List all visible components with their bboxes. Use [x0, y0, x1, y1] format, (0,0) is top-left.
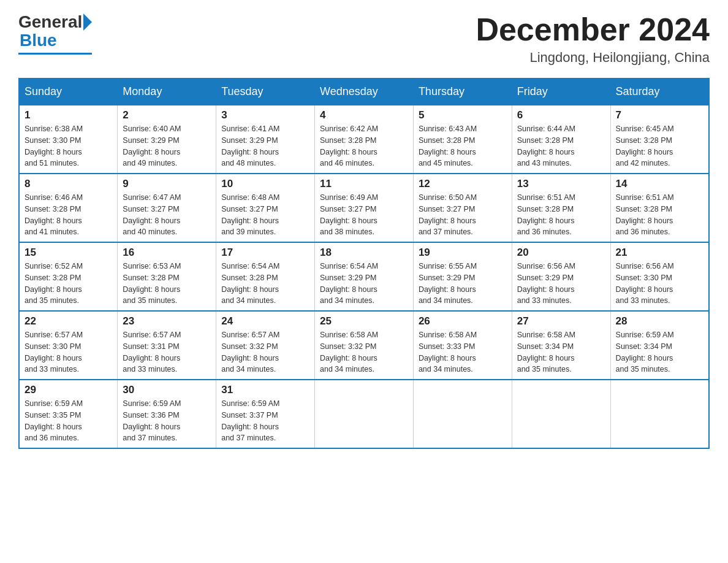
- day-info: Sunrise: 6:51 AMSunset: 3:28 PMDaylight:…: [616, 192, 703, 238]
- day-number: 12: [419, 178, 507, 190]
- calendar-cell: 19Sunrise: 6:55 AMSunset: 3:29 PMDayligh…: [413, 242, 512, 311]
- col-header-thursday: Thursday: [413, 79, 512, 105]
- day-number: 4: [320, 109, 408, 121]
- day-info: Sunrise: 6:40 AMSunset: 3:29 PMDaylight:…: [123, 123, 211, 169]
- calendar-week-4: 22Sunrise: 6:57 AMSunset: 3:30 PMDayligh…: [19, 311, 709, 380]
- calendar-week-1: 1Sunrise: 6:38 AMSunset: 3:30 PMDaylight…: [19, 105, 709, 174]
- location-text: Lingdong, Heilongjiang, China: [476, 50, 710, 66]
- logo-general-text: General: [18, 12, 82, 32]
- day-info: Sunrise: 6:54 AMSunset: 3:29 PMDaylight:…: [320, 261, 408, 307]
- logo-arrow-icon: [83, 13, 92, 31]
- day-number: 24: [221, 315, 309, 327]
- calendar-cell: 23Sunrise: 6:57 AMSunset: 3:31 PMDayligh…: [118, 311, 216, 380]
- calendar-cell: 10Sunrise: 6:48 AMSunset: 3:27 PMDayligh…: [216, 174, 315, 242]
- day-info: Sunrise: 6:42 AMSunset: 3:28 PMDaylight:…: [320, 123, 408, 169]
- day-info: Sunrise: 6:57 AMSunset: 3:30 PMDaylight:…: [25, 329, 112, 375]
- day-number: 26: [419, 315, 507, 327]
- col-header-sunday: Sunday: [19, 79, 118, 105]
- col-header-wednesday: Wednesday: [315, 79, 414, 105]
- day-number: 2: [123, 109, 211, 121]
- calendar-cell: 24Sunrise: 6:57 AMSunset: 3:32 PMDayligh…: [216, 311, 315, 380]
- day-info: Sunrise: 6:58 AMSunset: 3:32 PMDaylight:…: [320, 329, 408, 375]
- day-info: Sunrise: 6:54 AMSunset: 3:28 PMDaylight:…: [221, 261, 309, 307]
- calendar-cell: 22Sunrise: 6:57 AMSunset: 3:30 PMDayligh…: [19, 311, 118, 380]
- calendar-cell: 11Sunrise: 6:49 AMSunset: 3:27 PMDayligh…: [315, 174, 414, 242]
- day-info: Sunrise: 6:58 AMSunset: 3:33 PMDaylight:…: [419, 329, 507, 375]
- calendar-cell: 12Sunrise: 6:50 AMSunset: 3:27 PMDayligh…: [413, 174, 512, 242]
- day-info: Sunrise: 6:41 AMSunset: 3:29 PMDaylight:…: [221, 123, 309, 169]
- title-section: December 2024 Lingdong, Heilongjiang, Ch…: [476, 12, 710, 66]
- day-info: Sunrise: 6:56 AMSunset: 3:30 PMDaylight:…: [616, 261, 703, 307]
- day-number: 7: [616, 109, 703, 121]
- day-info: Sunrise: 6:50 AMSunset: 3:27 PMDaylight:…: [419, 192, 507, 238]
- calendar-cell: 2Sunrise: 6:40 AMSunset: 3:29 PMDaylight…: [118, 105, 216, 174]
- day-info: Sunrise: 6:57 AMSunset: 3:31 PMDaylight:…: [123, 329, 211, 375]
- day-number: 30: [123, 384, 211, 396]
- calendar-cell: 26Sunrise: 6:58 AMSunset: 3:33 PMDayligh…: [413, 311, 512, 380]
- calendar-cell: 4Sunrise: 6:42 AMSunset: 3:28 PMDaylight…: [315, 105, 414, 174]
- day-number: 1: [25, 109, 112, 121]
- calendar-cell: 20Sunrise: 6:56 AMSunset: 3:29 PMDayligh…: [512, 242, 610, 311]
- calendar-cell: 8Sunrise: 6:46 AMSunset: 3:28 PMDaylight…: [19, 174, 118, 242]
- logo-underline: [18, 53, 92, 55]
- day-info: Sunrise: 6:59 AMSunset: 3:34 PMDaylight:…: [616, 329, 703, 375]
- calendar-cell: [512, 380, 610, 448]
- calendar-cell: 29Sunrise: 6:59 AMSunset: 3:35 PMDayligh…: [19, 380, 118, 448]
- day-info: Sunrise: 6:59 AMSunset: 3:35 PMDaylight:…: [25, 398, 112, 444]
- calendar-cell: 31Sunrise: 6:59 AMSunset: 3:37 PMDayligh…: [216, 380, 315, 448]
- day-info: Sunrise: 6:58 AMSunset: 3:34 PMDaylight:…: [517, 329, 605, 375]
- day-info: Sunrise: 6:45 AMSunset: 3:28 PMDaylight:…: [616, 123, 703, 169]
- day-number: 18: [320, 247, 408, 259]
- day-info: Sunrise: 6:57 AMSunset: 3:32 PMDaylight:…: [221, 329, 309, 375]
- day-info: Sunrise: 6:51 AMSunset: 3:28 PMDaylight:…: [517, 192, 605, 238]
- calendar-cell: 1Sunrise: 6:38 AMSunset: 3:30 PMDaylight…: [19, 105, 118, 174]
- day-info: Sunrise: 6:59 AMSunset: 3:36 PMDaylight:…: [123, 398, 211, 444]
- day-info: Sunrise: 6:59 AMSunset: 3:37 PMDaylight:…: [221, 398, 309, 444]
- day-info: Sunrise: 6:49 AMSunset: 3:27 PMDaylight:…: [320, 192, 408, 238]
- calendar-cell: 14Sunrise: 6:51 AMSunset: 3:28 PMDayligh…: [610, 174, 709, 242]
- page-header: General Blue December 2024 Lingdong, Hei…: [18, 12, 710, 66]
- logo-blue-text: Blue: [20, 31, 57, 50]
- day-number: 23: [123, 315, 211, 327]
- day-number: 16: [123, 247, 211, 259]
- day-number: 19: [419, 247, 507, 259]
- day-number: 3: [221, 109, 309, 121]
- calendar-cell: 3Sunrise: 6:41 AMSunset: 3:29 PMDaylight…: [216, 105, 315, 174]
- day-number: 9: [123, 178, 211, 190]
- day-info: Sunrise: 6:38 AMSunset: 3:30 PMDaylight:…: [25, 123, 112, 169]
- day-number: 29: [25, 384, 112, 396]
- calendar-header-row: SundayMondayTuesdayWednesdayThursdayFrid…: [19, 79, 709, 105]
- calendar-cell: 28Sunrise: 6:59 AMSunset: 3:34 PMDayligh…: [610, 311, 709, 380]
- day-number: 6: [517, 109, 605, 121]
- calendar-cell: 15Sunrise: 6:52 AMSunset: 3:28 PMDayligh…: [19, 242, 118, 311]
- calendar-cell: [610, 380, 709, 448]
- day-number: 10: [221, 178, 309, 190]
- day-info: Sunrise: 6:56 AMSunset: 3:29 PMDaylight:…: [517, 261, 605, 307]
- col-header-tuesday: Tuesday: [216, 79, 315, 105]
- month-title: December 2024: [476, 12, 710, 47]
- calendar-cell: 13Sunrise: 6:51 AMSunset: 3:28 PMDayligh…: [512, 174, 610, 242]
- day-info: Sunrise: 6:55 AMSunset: 3:29 PMDaylight:…: [419, 261, 507, 307]
- day-info: Sunrise: 6:53 AMSunset: 3:28 PMDaylight:…: [123, 261, 211, 307]
- calendar-cell: 21Sunrise: 6:56 AMSunset: 3:30 PMDayligh…: [610, 242, 709, 311]
- calendar-cell: [413, 380, 512, 448]
- calendar-cell: 27Sunrise: 6:58 AMSunset: 3:34 PMDayligh…: [512, 311, 610, 380]
- day-number: 21: [616, 247, 703, 259]
- day-number: 25: [320, 315, 408, 327]
- calendar-cell: 30Sunrise: 6:59 AMSunset: 3:36 PMDayligh…: [118, 380, 216, 448]
- day-number: 5: [419, 109, 507, 121]
- day-info: Sunrise: 6:46 AMSunset: 3:28 PMDaylight:…: [25, 192, 112, 238]
- col-header-monday: Monday: [118, 79, 216, 105]
- calendar-table: SundayMondayTuesdayWednesdayThursdayFrid…: [18, 78, 710, 449]
- calendar-cell: [315, 380, 414, 448]
- calendar-cell: 7Sunrise: 6:45 AMSunset: 3:28 PMDaylight…: [610, 105, 709, 174]
- calendar-cell: 6Sunrise: 6:44 AMSunset: 3:28 PMDaylight…: [512, 105, 610, 174]
- day-number: 17: [221, 247, 309, 259]
- day-info: Sunrise: 6:48 AMSunset: 3:27 PMDaylight:…: [221, 192, 309, 238]
- day-number: 14: [616, 178, 703, 190]
- day-number: 22: [25, 315, 112, 327]
- day-number: 31: [221, 384, 309, 396]
- col-header-saturday: Saturday: [610, 79, 709, 105]
- calendar-week-3: 15Sunrise: 6:52 AMSunset: 3:28 PMDayligh…: [19, 242, 709, 311]
- day-number: 13: [517, 178, 605, 190]
